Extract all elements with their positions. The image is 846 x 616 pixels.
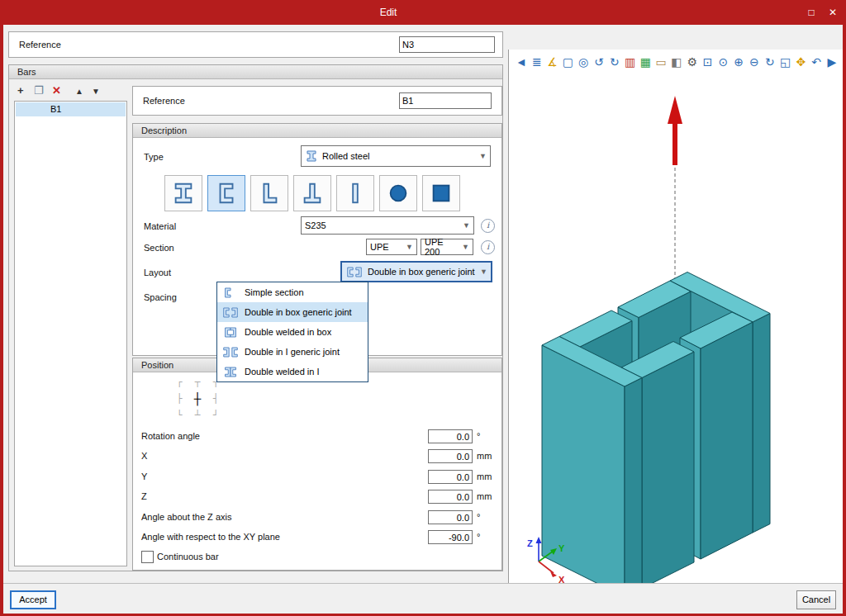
accept-button[interactable]: Accept (10, 590, 56, 609)
direction-arrow (668, 96, 682, 165)
layout-option-simple-section[interactable]: Simple section (217, 282, 368, 302)
view-orbit-icon[interactable]: ◎ (576, 54, 591, 70)
shape-button-round-bar[interactable] (379, 175, 417, 211)
cancel-button[interactable]: Cancel (796, 590, 836, 609)
collapse-panel-icon[interactable]: ◄ (514, 54, 529, 70)
anchor-center[interactable]: ┼ (188, 391, 207, 407)
redraw-icon[interactable]: ↻ (763, 54, 777, 70)
x-input[interactable] (428, 449, 473, 463)
angle-xy-plane-input[interactable] (428, 530, 473, 544)
copy-bar-icon[interactable]: ❐ (34, 84, 44, 97)
layout-option-double-in-i[interactable]: Double in I generic joint (217, 342, 368, 362)
field-unit: mm (477, 451, 492, 461)
shape-button-i-section[interactable] (164, 175, 202, 211)
material-dropdown[interactable]: S235 ▼ (301, 216, 474, 235)
settings-gear-icon[interactable]: ⚙ (685, 54, 700, 70)
continuous-bar-checkbox[interactable] (141, 551, 154, 563)
continuous-bar-label: Continuous bar (157, 552, 219, 562)
zoom-object-icon[interactable]: ⊙ (715, 54, 730, 70)
zoom-extents-icon[interactable]: ◱ (778, 54, 793, 70)
anchor-top-left[interactable]: ┌ (170, 374, 188, 391)
anchor-top-center[interactable]: ┬ (188, 374, 207, 391)
anchor-bottom-right[interactable]: ┘ (207, 407, 225, 424)
dimension-icon[interactable]: ∡ (545, 54, 560, 70)
shape-button-t-section[interactable] (293, 175, 331, 211)
double-in-i-icon (221, 347, 240, 358)
u-section-icon (214, 181, 239, 206)
material-info-icon[interactable]: i (481, 219, 495, 233)
double-welded-box-icon (221, 327, 240, 338)
list-item[interactable]: B1 (16, 102, 126, 116)
viewport-toolbar: ◄≣∡▢◎↺↻▥▦▭◧⚙⊡⊙⊕⊖↻◱✥↶▶ (514, 52, 839, 72)
l-section-icon (257, 181, 282, 206)
add-bar-icon[interactable]: + (17, 84, 24, 97)
chevron-down-icon: ▼ (462, 243, 469, 251)
pan-icon[interactable]: ✥ (793, 54, 808, 70)
expand-panel-icon[interactable]: ▶ (825, 54, 839, 70)
shape-button-u-section[interactable] (207, 175, 245, 211)
section-size-dropdown[interactable]: UPE 200 ▼ (421, 239, 473, 255)
flat-bar-icon (343, 181, 368, 206)
layout-option-double-welded-i[interactable]: Double welded in I (217, 362, 368, 381)
field-label: X (141, 451, 147, 461)
zoom-out-icon[interactable]: ⊖ (747, 54, 762, 70)
maximize-button[interactable]: □ (803, 4, 820, 21)
rotate-right-icon[interactable]: ↻ (607, 54, 622, 70)
edit-window: Edit □ ✕ Reference Bars + ❐ ✕ ▲ ▼ B1 Ref… (0, 0, 846, 616)
type-dropdown[interactable]: Rolled steel ▼ (301, 145, 491, 167)
bars-list[interactable]: B1 (14, 101, 127, 566)
extrude-box-icon[interactable]: ▢ (560, 54, 575, 70)
section-size-value: UPE 200 (425, 237, 458, 257)
left-channel (542, 310, 694, 597)
ruler-icon[interactable]: ▭ (654, 54, 668, 70)
layout-option-double-in-box[interactable]: Double in box generic joint (217, 302, 368, 322)
shape-button-l-section[interactable] (250, 175, 288, 211)
anchor-bottom-left[interactable]: └ (170, 407, 188, 424)
mesh-icon[interactable]: ▦ (638, 54, 653, 70)
previous-view-icon[interactable]: ↶ (809, 54, 824, 70)
bar-reference-input[interactable] (399, 92, 492, 109)
solid-view-icon[interactable]: ◧ (669, 54, 684, 70)
anchor-bottom-center[interactable]: ┴ (188, 407, 207, 424)
close-button[interactable]: ✕ (825, 4, 841, 21)
layout-dropdown[interactable]: Double in box generic joint ▼ (340, 261, 492, 282)
anchor-middle-right[interactable]: ┤ (207, 391, 225, 407)
field-unit: ° (477, 532, 480, 542)
shape-button-flat-bar[interactable] (336, 175, 374, 211)
chevron-down-icon: ▼ (406, 243, 413, 251)
section-family-dropdown[interactable]: UPE ▼ (366, 239, 417, 255)
node-reference-input[interactable] (399, 36, 495, 53)
description-group-header: Description (133, 124, 501, 138)
chevron-down-icon: ▼ (479, 152, 487, 160)
anchor-middle-left[interactable]: ├ (170, 391, 188, 407)
round-bar-icon (386, 181, 411, 206)
layers-icon[interactable]: ≣ (530, 54, 544, 70)
double-in-box-icon (221, 307, 240, 318)
model-canvas[interactable]: Z Y X (509, 73, 843, 608)
simple-section-icon (221, 287, 240, 298)
field-unit: ° (477, 512, 480, 522)
y-input[interactable] (428, 470, 473, 484)
section-label: Section (144, 243, 174, 253)
double-box-section-icon (345, 267, 364, 277)
layout-option-label: Double in box generic joint (245, 307, 352, 317)
angle-z-axis-input[interactable] (428, 510, 473, 524)
viewport-3d[interactable]: ◄≣∡▢◎↺↻▥▦▭◧⚙⊡⊙⊕⊖↻◱✥↶▶ (508, 50, 843, 608)
chart-columns-icon[interactable]: ▥ (623, 54, 638, 70)
shape-button-square-bar[interactable] (422, 175, 460, 211)
section-info-icon[interactable]: i (481, 240, 495, 254)
zoom-window-icon[interactable]: ⊡ (701, 54, 715, 70)
rotation-angle-input[interactable] (428, 429, 473, 443)
rotate-left-icon[interactable]: ↺ (592, 54, 606, 70)
field-label: Angle about the Z axis (141, 512, 231, 522)
delete-bar-icon[interactable]: ✕ (52, 84, 61, 97)
window-title: Edit (0, 7, 777, 18)
footer-bar: Accept Cancel (3, 583, 843, 614)
type-value: Rolled steel (322, 151, 369, 161)
move-up-icon[interactable]: ▲ (75, 85, 83, 98)
move-down-icon[interactable]: ▼ (92, 85, 100, 98)
zoom-in-icon[interactable]: ⊕ (731, 54, 746, 70)
bar-reference-label: Reference (143, 96, 185, 106)
z-input[interactable] (428, 490, 473, 504)
layout-option-double-welded-box[interactable]: Double welded in box (217, 322, 368, 342)
